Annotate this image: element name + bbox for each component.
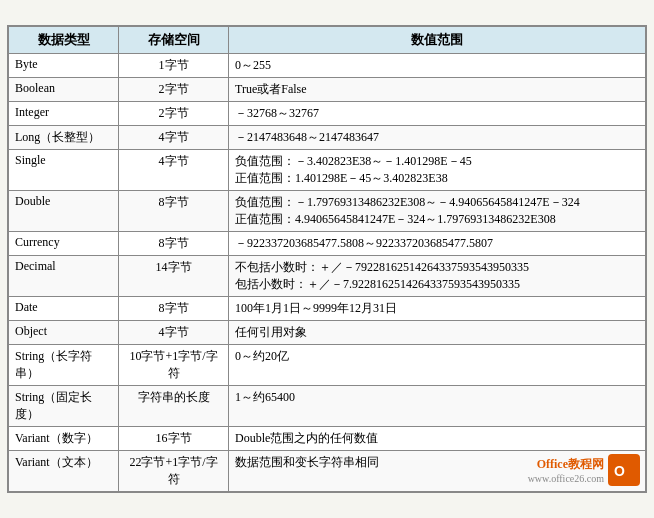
cell-storage: 2字节 (119, 78, 229, 102)
table-row: Variant（数字）16字节Double范围之内的任何数值 (9, 427, 646, 451)
cell-range: 100年1月1日～9999年12月31日 (229, 297, 646, 321)
watermark: Office教程网 www.office26.com O (528, 454, 640, 486)
cell-storage: 8字节 (119, 191, 229, 232)
cell-range: 负值范围：－3.402823E38～－1.401298E－45正值范围：1.40… (229, 150, 646, 191)
table-row: Integer2字节－32768～32767 (9, 102, 646, 126)
cell-range: －32768～32767 (229, 102, 646, 126)
cell-storage: 16字节 (119, 427, 229, 451)
cell-type: Integer (9, 102, 119, 126)
table-row: Decimal14字节不包括小数时：＋／－7922816251426433759… (9, 256, 646, 297)
table-row: String（固定长度）字符串的长度1～约65400 (9, 386, 646, 427)
header-type: 数据类型 (9, 27, 119, 54)
cell-type: Variant（文本） (9, 451, 119, 492)
cell-range: 负值范围：－1.79769313486232E308～－4.9406564584… (229, 191, 646, 232)
table-row: String（长字符串）10字节+1字节/字符0～约20亿 (9, 345, 646, 386)
header-storage: 存储空间 (119, 27, 229, 54)
cell-storage: 10字节+1字节/字符 (119, 345, 229, 386)
table-row: Double8字节负值范围：－1.79769313486232E308～－4.9… (9, 191, 646, 232)
cell-storage: 1字节 (119, 54, 229, 78)
cell-type: String（固定长度） (9, 386, 119, 427)
data-types-table: 数据类型 存储空间 数值范围 Byte1字节0～255Boolean2字节Tru… (8, 26, 646, 492)
cell-range: 0～255 (229, 54, 646, 78)
table-row: Object4字节任何引用对象 (9, 321, 646, 345)
cell-type: Date (9, 297, 119, 321)
cell-range: 0～约20亿 (229, 345, 646, 386)
cell-storage: 4字节 (119, 150, 229, 191)
office-logo: O (608, 454, 640, 486)
cell-range: 不包括小数时：＋／－79228162514264337593543950335包… (229, 256, 646, 297)
cell-range: －922337203685477.5808～922337203685477.58… (229, 232, 646, 256)
cell-type: Long（长整型） (9, 126, 119, 150)
table-row: Byte1字节0～255 (9, 54, 646, 78)
cell-range: 任何引用对象 (229, 321, 646, 345)
header-range: 数值范围 (229, 27, 646, 54)
watermark-site-name: Office教程网 (528, 456, 604, 473)
cell-type: String（长字符串） (9, 345, 119, 386)
cell-type: Decimal (9, 256, 119, 297)
cell-storage: 14字节 (119, 256, 229, 297)
svg-text:O: O (614, 463, 625, 479)
table-row: Currency8字节－922337203685477.5808～9223372… (9, 232, 646, 256)
cell-storage: 8字节 (119, 232, 229, 256)
cell-storage: 4字节 (119, 321, 229, 345)
cell-storage: 字符串的长度 (119, 386, 229, 427)
cell-range: 1～约65400 (229, 386, 646, 427)
cell-type: Boolean (9, 78, 119, 102)
cell-range: True或者False (229, 78, 646, 102)
cell-range: －2147483648～2147483647 (229, 126, 646, 150)
main-container: 数据类型 存储空间 数值范围 Byte1字节0～255Boolean2字节Tru… (7, 25, 647, 493)
cell-range: Double范围之内的任何数值 (229, 427, 646, 451)
table-row: Boolean2字节True或者False (9, 78, 646, 102)
cell-storage: 4字节 (119, 126, 229, 150)
cell-type: Single (9, 150, 119, 191)
table-row: Single4字节负值范围：－3.402823E38～－1.401298E－45… (9, 150, 646, 191)
cell-type: Variant（数字） (9, 427, 119, 451)
table-row: Date8字节100年1月1日～9999年12月31日 (9, 297, 646, 321)
watermark-url: www.office26.com (528, 473, 604, 484)
cell-type: Currency (9, 232, 119, 256)
cell-type: Byte (9, 54, 119, 78)
cell-type: Object (9, 321, 119, 345)
cell-storage: 22字节+1字节/字符 (119, 451, 229, 492)
cell-storage: 2字节 (119, 102, 229, 126)
table-row: Long（长整型）4字节－2147483648～2147483647 (9, 126, 646, 150)
cell-storage: 8字节 (119, 297, 229, 321)
cell-type: Double (9, 191, 119, 232)
